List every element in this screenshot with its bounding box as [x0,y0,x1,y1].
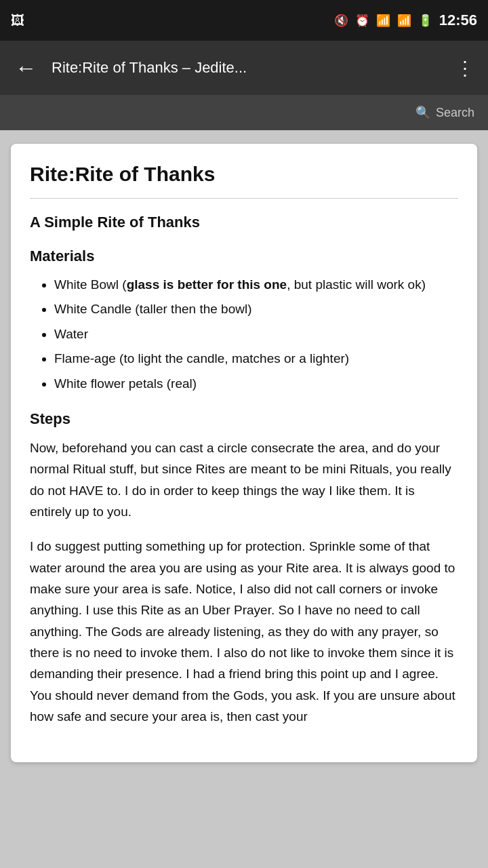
wifi-icon: 📶 [376,14,390,28]
content-area: Rite:Rite of Thanks A Simple Rite of Tha… [0,130,488,868]
status-time: 12:56 [439,12,477,29]
back-button[interactable]: ← [11,56,41,81]
battery-icon: 🔋 [418,14,432,28]
list-item: White Bowl (glass is better for this one… [54,275,458,295]
steps-paragraph-1: Now, beforehand you can cast a circle co… [30,437,458,522]
overflow-menu-button[interactable]: ⋮ [453,57,477,79]
list-item: White flower petals (real) [54,374,458,394]
article-card: Rite:Rite of Thanks A Simple Rite of Tha… [11,144,477,762]
image-icon: 🖼 [11,13,24,28]
status-bar-right: 🔇 ⏰ 📶 📶 🔋 12:56 [334,12,477,29]
steps-heading: Steps [30,410,458,428]
section-title: A Simple Rite of Thanks [30,214,458,231]
app-bar: ← Rite:Rite of Thanks – Jedite... ⋮ [0,41,488,95]
status-bar: 🖼 🔇 ⏰ 📶 📶 🔋 12:56 [0,0,488,41]
app-bar-title: Rite:Rite of Thanks – Jedite... [52,59,442,77]
materials-heading: Materials [30,248,458,265]
steps-paragraph-2: I do suggest putting something up for pr… [30,536,458,727]
article-title: Rite:Rite of Thanks [30,163,458,186]
list-item: White Candle (taller then the bowl) [54,299,458,319]
mute-icon: 🔇 [334,14,348,28]
list-item: Flame-age (to light the candle, matches … [54,349,458,369]
list-item: Water [54,324,458,344]
alarm-icon: ⏰ [355,14,369,28]
search-icon: 🔍 [415,105,430,120]
article-divider [30,198,458,199]
search-bar: 🔍 Search [0,95,488,130]
status-bar-left: 🖼 [11,13,24,28]
signal-icon: 📶 [397,14,411,28]
materials-list: White Bowl (glass is better for this one… [30,275,458,394]
search-button[interactable]: Search [436,106,474,120]
